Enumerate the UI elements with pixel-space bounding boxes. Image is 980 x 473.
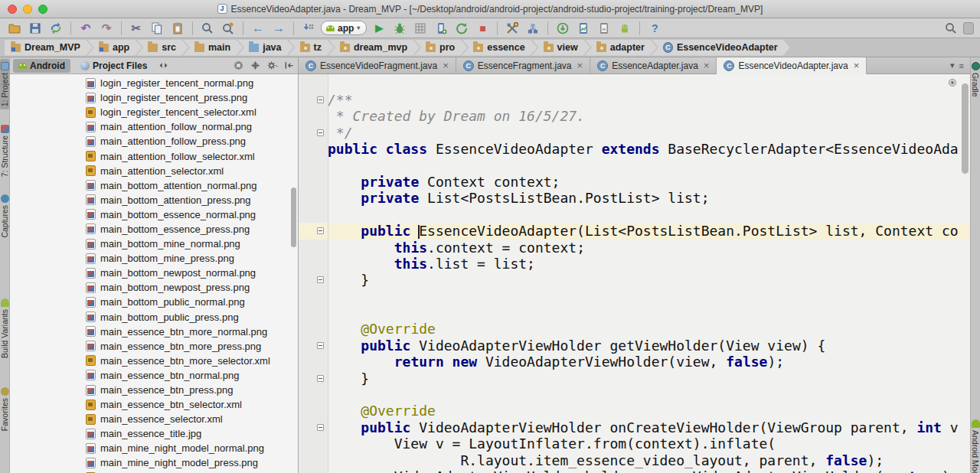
code-line[interactable] <box>299 158 970 174</box>
tool-stripe-android[interactable]: Android Model <box>971 416 980 473</box>
code-line[interactable]: private List<PostsListBean.PostList> lis… <box>299 190 970 206</box>
tree-item[interactable]: main_essence_title.jpg <box>10 426 298 441</box>
breadcrumb-main[interactable]: main <box>183 40 243 56</box>
editor-tab-EssenceFragment.java[interactable]: CEssenceFragment.java× <box>456 57 590 73</box>
close-tab-icon[interactable]: × <box>704 60 710 70</box>
tree-item[interactable]: main_attention_selector.xml <box>10 164 298 178</box>
code-line[interactable]: public VideoAdapterViewHolder onCreateVi… <box>299 419 970 435</box>
project-structure-icon[interactable] <box>524 20 541 37</box>
fold-marker-icon[interactable] <box>317 227 324 234</box>
save-all-icon[interactable] <box>27 20 44 37</box>
paste-icon[interactable] <box>169 20 186 37</box>
tree-item[interactable]: main_essence_selector.xml <box>10 412 298 426</box>
breadcrumb-view[interactable]: view <box>532 40 590 56</box>
tree-item[interactable]: main_bottom_attention_normal.png <box>10 178 298 193</box>
breadcrumb-pro[interactable]: pro <box>414 40 467 56</box>
close-tab-icon[interactable]: × <box>443 60 449 70</box>
breadcrumb-Dream_MVP[interactable]: Dream_MVP <box>5 40 93 56</box>
code-line[interactable] <box>299 289 970 305</box>
copy-icon[interactable] <box>149 20 165 37</box>
tree-item[interactable]: main_bottom_mine_press.png <box>10 251 298 266</box>
tree-item[interactable]: main_bottom_essence_normal.png <box>10 207 298 222</box>
tab-dropdown-icon[interactable]: ▾ <box>950 60 955 70</box>
switch-view-icon[interactable] <box>157 60 169 72</box>
tree-item[interactable]: main_bottom_public_press.png <box>10 310 298 325</box>
code-line[interactable]: public EssenceVideoAdapter(List<PostsLis… <box>299 223 970 239</box>
sdk-manager-icon[interactable] <box>616 20 633 37</box>
editor-tab-EssenceAdapter.java[interactable]: CEssenceAdapter.java× <box>590 57 717 73</box>
code-line[interactable]: this.context = context; <box>299 240 970 256</box>
code-line[interactable] <box>299 207 970 223</box>
code-line[interactable]: */ <box>299 125 970 141</box>
code-line[interactable]: return new VideoAdapterViewHolder(view, … <box>299 354 970 370</box>
debug-icon[interactable] <box>391 20 408 37</box>
editor-tab-EssenceVideoAdapter.java[interactable]: CEssenceVideoAdapter.java× <box>717 57 867 74</box>
gradle-sync-icon[interactable] <box>554 20 571 37</box>
settings-gear-icon[interactable] <box>266 60 278 72</box>
code-line[interactable]: @Override <box>299 403 970 419</box>
tree-item[interactable]: main_attention_follow_normal.png <box>10 119 298 134</box>
code-line[interactable]: private Context context; <box>299 174 970 190</box>
breadcrumb-tz[interactable]: tz <box>289 40 334 56</box>
find-icon[interactable] <box>199 20 216 37</box>
tool-stripe-favorites[interactable]: Favorites <box>0 384 9 434</box>
tree-item[interactable]: login_register_tencent_normal.png <box>10 76 298 90</box>
code-line[interactable]: } <box>299 370 970 387</box>
search-everywhere-icon[interactable] <box>942 20 959 37</box>
editor-scrollbar[interactable] <box>962 83 969 174</box>
close-tab-icon[interactable]: × <box>577 60 583 70</box>
breadcrumb-src[interactable]: src <box>136 40 188 56</box>
tree-item[interactable]: main_bottom_essence_press.png <box>10 222 298 236</box>
breadcrumb-dream_mvp[interactable]: dream_mvp <box>328 40 420 56</box>
tree-item[interactable]: main_mine_night_model_normal.png <box>10 441 298 455</box>
code-line[interactable]: VideoAdapterViewHolder holder = new Vide… <box>299 468 970 473</box>
attach-debugger-icon[interactable] <box>433 20 449 37</box>
make-project-icon[interactable] <box>300 20 317 37</box>
tree-item[interactable]: main_bottom_newpost_normal.png <box>10 266 298 280</box>
tree-item[interactable]: main_essence_btn_more_press.png <box>10 339 298 354</box>
breadcrumb-EssenceVideoAdapter[interactable]: CEssenceVideoAdapter <box>652 40 790 56</box>
inspections-indicator-icon[interactable] <box>947 77 958 88</box>
close-icon[interactable] <box>232 60 244 72</box>
code-editor[interactable]: /** * Created by Dream on 16/5/27. */pub… <box>299 74 970 473</box>
project-view-tab-android[interactable]: Android <box>13 59 70 73</box>
breadcrumb-java[interactable]: java <box>237 40 293 56</box>
code-line[interactable]: * Created by Dream on 16/5/27. <box>299 108 970 124</box>
run-icon[interactable]: ▶ <box>371 20 387 37</box>
rerun-icon[interactable] <box>453 20 470 37</box>
open-icon[interactable] <box>6 20 23 37</box>
replace-icon[interactable] <box>220 20 237 37</box>
tree-scrollbar[interactable] <box>291 188 296 247</box>
code-line[interactable]: R.layout.item_essence_video_layout, pare… <box>299 452 970 468</box>
tool-stripe-captures[interactable]: Captures <box>0 191 9 241</box>
breadcrumb-essence[interactable]: essence <box>462 40 537 56</box>
tab-list-icon[interactable]: ≡ <box>959 61 964 70</box>
tree-item[interactable]: main_essence_btn_more_normal.png <box>10 325 298 339</box>
tree-item[interactable]: main_attention_follow_press.png <box>10 134 298 148</box>
run-config-selector[interactable]: app ▾ <box>321 21 367 35</box>
tool-stripe-gradle[interactable]: Gradle <box>971 59 980 100</box>
run-with-coverage-icon[interactable] <box>412 20 429 37</box>
fold-marker-icon[interactable] <box>317 342 324 349</box>
tree-item[interactable]: login_register_tencent_selector.xml <box>10 105 298 119</box>
tree-item[interactable]: main_mine_night_model_selector.xml <box>10 471 298 473</box>
fold-marker-icon[interactable] <box>317 424 324 431</box>
locate-file-icon[interactable] <box>249 60 261 72</box>
project-tree[interactable]: login_register_tencent_normal.pnglogin_r… <box>10 74 298 473</box>
code-line[interactable]: @Override <box>299 321 970 337</box>
redo-icon[interactable]: ↷ <box>98 20 115 37</box>
code-line[interactable]: public class EssenceVideoAdapter extends… <box>299 141 970 157</box>
tree-item[interactable]: main_mine_night_model_press.png <box>10 455 298 470</box>
hide-panel-icon[interactable] <box>283 60 295 72</box>
tree-item[interactable]: main_bottom_newpost_press.png <box>10 280 298 295</box>
cut-icon[interactable]: ✂ <box>128 20 145 37</box>
android-device-monitor-icon[interactable] <box>575 20 592 37</box>
tree-item[interactable]: main_essence_btn_selector.xml <box>10 397 298 412</box>
fold-marker-icon[interactable] <box>317 129 324 136</box>
tool-stripe-project[interactable]: 1: Project <box>0 59 9 109</box>
code-line[interactable]: this.list = list; <box>299 256 970 272</box>
undo-icon[interactable]: ↶ <box>77 20 94 37</box>
tree-item[interactable]: login_register_tencent_press.png <box>10 90 298 105</box>
user-icon[interactable] <box>963 22 974 34</box>
code-line[interactable] <box>299 387 970 403</box>
